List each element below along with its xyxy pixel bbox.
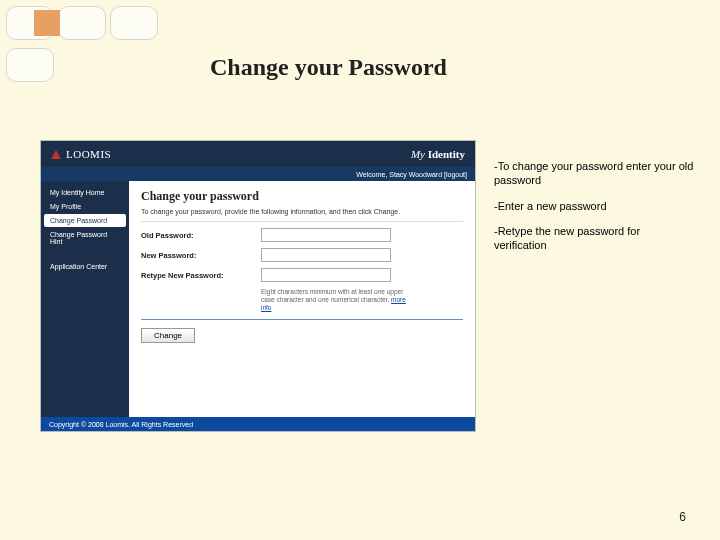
brand-name: LOOMIS xyxy=(66,148,111,160)
copyright-text: Copyright © 2008 Loomis. All Rights Rese… xyxy=(49,421,193,428)
sidebar: My Identity Home My Profile Change Passw… xyxy=(41,181,129,417)
slide-title: Change your Password xyxy=(210,54,447,81)
old-password-label: Old Password: xyxy=(141,231,261,240)
identity-app-window: LOOMIS My Identity Welcome, Stacy Woodwa… xyxy=(40,140,476,432)
old-password-input[interactable] xyxy=(261,228,391,242)
content-heading: Change your password xyxy=(141,189,463,204)
content-intro: To change your password, provide the fol… xyxy=(141,208,463,215)
new-password-input[interactable] xyxy=(261,248,391,262)
page-number: 6 xyxy=(679,510,686,524)
sidebar-item-profile[interactable]: My Profile xyxy=(44,200,126,213)
brand-logo: LOOMIS xyxy=(51,148,111,160)
sidebar-item-password-hint[interactable]: Change Password Hint xyxy=(44,228,126,248)
change-button[interactable]: Change xyxy=(141,328,195,343)
slide-corner-decor xyxy=(6,6,176,86)
welcome-text: Welcome, Stacy Woodward xyxy=(356,171,442,178)
sidebar-item-home[interactable]: My Identity Home xyxy=(44,186,126,199)
callout-2: -Enter a new password xyxy=(494,200,694,214)
welcome-bar: Welcome, Stacy Woodward [logout] xyxy=(41,167,475,181)
app-footer: Copyright © 2008 Loomis. All Rights Rese… xyxy=(41,417,475,431)
instruction-callouts: -To change your password enter your old … xyxy=(494,160,694,265)
sidebar-item-app-center[interactable]: Application Center xyxy=(44,260,126,273)
logout-link[interactable]: [logout] xyxy=(444,171,467,178)
star-icon xyxy=(34,10,60,36)
retype-password-label: Retype New Password: xyxy=(141,271,261,280)
callout-1: -To change your password enter your old … xyxy=(494,160,694,188)
product-name: My Identity xyxy=(411,148,465,160)
content-panel: Change your password To change your pass… xyxy=(129,181,475,417)
callout-3: -Retype the new password for verificatio… xyxy=(494,225,694,253)
divider-accent xyxy=(141,319,463,320)
sidebar-item-change-password[interactable]: Change Password xyxy=(44,214,126,227)
divider xyxy=(141,221,463,222)
triangle-icon xyxy=(51,150,61,159)
password-hint: Eight characters minimum with at least o… xyxy=(261,288,411,311)
new-password-label: New Password: xyxy=(141,251,261,260)
retype-password-input[interactable] xyxy=(261,268,391,282)
app-topbar: LOOMIS My Identity xyxy=(41,141,475,167)
